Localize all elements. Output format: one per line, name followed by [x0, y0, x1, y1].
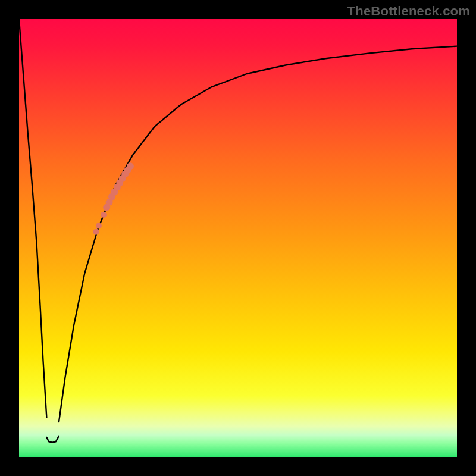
bottleneck-curve: [19, 19, 457, 443]
plot-area: [19, 19, 457, 457]
curve-layer: [19, 19, 457, 457]
watermark-text: TheBottleneck.com: [347, 4, 470, 19]
chart-frame: TheBottleneck.com: [0, 0, 476, 476]
marker-dot: [96, 223, 102, 228]
curve-left-branch: [19, 19, 46, 418]
marker-dot: [101, 212, 107, 218]
marker-dot: [93, 229, 99, 235]
marker-dot: [127, 162, 134, 170]
highlighted-markers: [93, 162, 134, 234]
curve-right-branch: [59, 46, 457, 422]
curve-valley-floor: [46, 436, 59, 443]
